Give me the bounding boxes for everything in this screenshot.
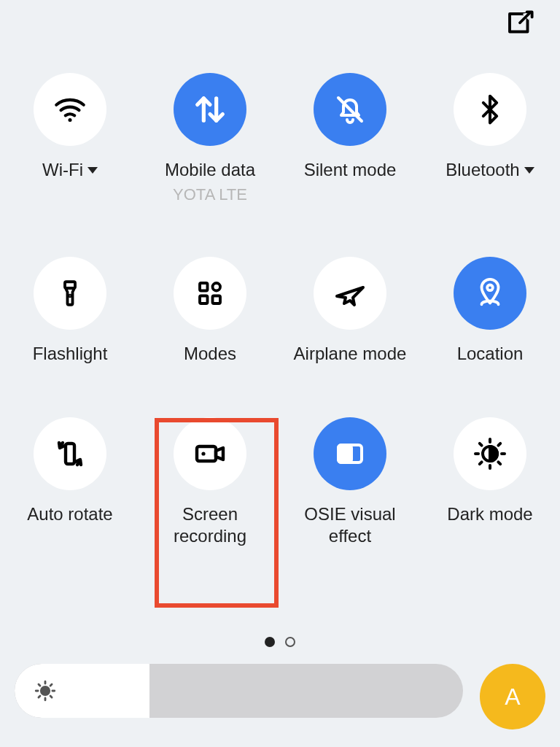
- tile-label: Bluetooth: [446, 159, 534, 181]
- tile-flashlight-toggle[interactable]: [34, 257, 106, 330]
- bell-off-icon: [332, 92, 368, 127]
- tile-osie-toggle[interactable]: [314, 417, 386, 490]
- brightness-low-icon: [33, 678, 58, 703]
- svg-rect-5: [200, 296, 208, 304]
- tile-osie-visual-effect[interactable]: OSIE visual effect: [280, 417, 420, 547]
- tile-label: Location: [457, 343, 524, 365]
- tile-label: Airplane mode: [294, 343, 407, 365]
- svg-rect-9: [197, 446, 216, 461]
- tile-label: Auto rotate: [27, 503, 112, 525]
- chevron-down-icon: [88, 167, 98, 174]
- tile-silent-toggle[interactable]: [314, 73, 386, 146]
- wifi-icon: [52, 91, 88, 128]
- screen-record-icon: [192, 436, 228, 471]
- dark-mode-icon: [472, 436, 508, 471]
- quick-settings-panel: Wi-Fi Mobile data YOTA LTE Silent mode B…: [0, 0, 560, 747]
- tile-screen-recording-toggle[interactable]: [174, 417, 246, 490]
- tile-screen-recording[interactable]: Screen recording: [140, 417, 280, 547]
- svg-rect-12: [338, 445, 351, 462]
- tile-wifi[interactable]: Wi-Fi: [0, 73, 140, 204]
- tile-label: Flashlight: [33, 343, 108, 365]
- data-arrows-icon: [191, 90, 229, 128]
- tile-location[interactable]: Location: [420, 257, 560, 365]
- modes-icon: [195, 278, 225, 309]
- auto-brightness-label: A: [505, 684, 520, 711]
- tile-airplane-toggle[interactable]: [314, 257, 386, 330]
- tile-label: Screen recording: [155, 503, 265, 547]
- tiles-grid: Wi-Fi Mobile data YOTA LTE Silent mode B…: [0, 73, 560, 547]
- svg-point-14: [41, 686, 49, 694]
- edit-tiles-button[interactable]: [505, 9, 535, 39]
- tile-label: Silent mode: [304, 159, 397, 181]
- page-dot-current: [265, 637, 275, 647]
- chevron-down-icon: [524, 167, 534, 174]
- airplane-icon: [332, 276, 368, 311]
- tile-label: Modes: [184, 343, 236, 365]
- tile-airplane-mode[interactable]: Airplane mode: [280, 257, 420, 365]
- tile-bluetooth[interactable]: Bluetooth: [420, 73, 560, 204]
- auto-brightness-button[interactable]: A: [480, 664, 545, 729]
- svg-point-10: [201, 452, 205, 455]
- tile-mobile-data-toggle[interactable]: [174, 73, 246, 146]
- edit-icon: [505, 9, 535, 39]
- location-icon: [473, 276, 507, 310]
- tile-location-toggle[interactable]: [454, 257, 526, 330]
- brightness-slider[interactable]: [15, 664, 463, 718]
- tile-silent-mode[interactable]: Silent mode: [280, 73, 420, 204]
- tile-wifi-toggle[interactable]: [34, 73, 106, 146]
- tile-dark-mode-toggle[interactable]: [454, 417, 526, 490]
- svg-rect-1: [65, 282, 75, 288]
- rotate-icon: [52, 436, 88, 471]
- svg-point-0: [69, 118, 72, 122]
- tile-label: Dark mode: [447, 503, 532, 525]
- tile-auto-rotate-toggle[interactable]: [34, 417, 106, 490]
- tile-mobile-data[interactable]: Mobile data YOTA LTE: [140, 73, 280, 204]
- svg-rect-8: [66, 444, 74, 464]
- tile-label: Mobile data: [165, 159, 255, 181]
- svg-point-7: [487, 285, 493, 291]
- osie-icon: [332, 436, 368, 471]
- page-indicator[interactable]: [0, 637, 560, 647]
- brightness-track[interactable]: [15, 664, 463, 718]
- tile-flashlight[interactable]: Flashlight: [0, 257, 140, 365]
- svg-point-4: [213, 283, 221, 291]
- flashlight-icon: [55, 278, 85, 309]
- tile-modes-toggle[interactable]: [174, 257, 246, 330]
- bluetooth-icon: [474, 93, 506, 125]
- svg-point-2: [69, 295, 71, 297]
- tile-dark-mode[interactable]: Dark mode: [420, 417, 560, 547]
- tile-auto-rotate[interactable]: Auto rotate: [0, 417, 140, 547]
- tile-modes[interactable]: Modes: [140, 257, 280, 365]
- tile-bluetooth-toggle[interactable]: [454, 73, 526, 146]
- page-dot: [285, 637, 295, 647]
- tile-sublabel: YOTA LTE: [173, 185, 247, 204]
- tile-label: OSIE visual effect: [295, 503, 405, 547]
- svg-rect-6: [213, 296, 221, 304]
- tile-label: Wi-Fi: [42, 159, 98, 181]
- svg-rect-3: [200, 283, 208, 291]
